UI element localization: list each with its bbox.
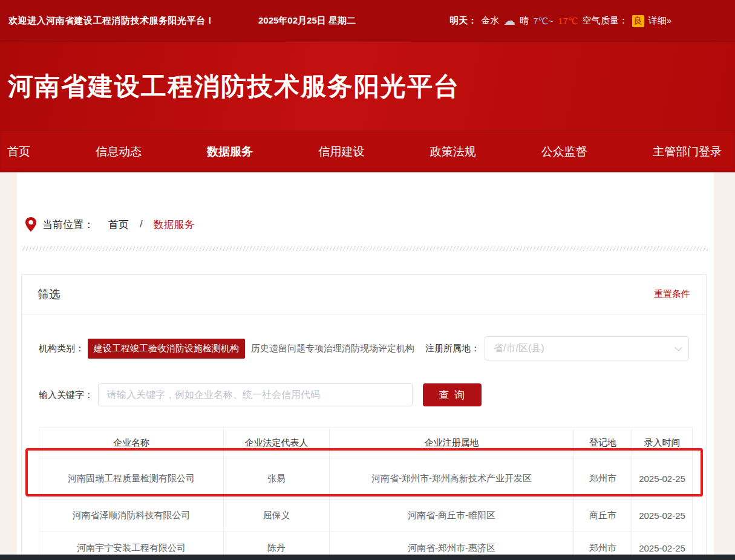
region-group: 注册所属地： 省/市/区(县): [425, 336, 689, 360]
category-row: 机构类别： 建设工程竣工验收消防设施检测机构 历史遗留问题专项治理消防现场评定机…: [39, 336, 689, 360]
temp-high: 17℃: [558, 16, 578, 27]
filter-title: 筛选: [38, 287, 60, 302]
reset-filters-link[interactable]: 重置条件: [654, 288, 690, 300]
nav-item-data-service[interactable]: 数据服务: [207, 144, 253, 160]
cell-company-name: 河南省泽顺消防科技有限公司: [39, 500, 224, 532]
slash-divider: [21, 246, 708, 251]
table-header-row: 企业名称 企业法定代表人 企业注册属地 登记地 录入时间: [39, 428, 693, 458]
weather-district: 金水: [481, 15, 499, 27]
results-table: 企业名称 企业法定代表人 企业注册属地 登记地 录入时间 河南固瑞工程质量检测有…: [39, 428, 693, 560]
col-header-registration-place: 登记地: [574, 428, 632, 458]
search-button[interactable]: 查 询: [423, 383, 482, 406]
air-quality-label: 空气质量：: [583, 15, 628, 27]
nav-item-home[interactable]: 首页: [7, 144, 30, 160]
col-header-company: 企业名称: [39, 428, 224, 458]
region-select-placeholder: 省/市/区(县): [494, 342, 544, 355]
nav-item-supervision[interactable]: 公众监督: [541, 144, 587, 160]
cell-registration-place: 郑州市: [574, 458, 632, 500]
keyword-input[interactable]: [98, 383, 413, 406]
col-header-legal-rep: 企业法定代表人: [224, 428, 330, 458]
keyword-label: 输入关键字：: [39, 389, 93, 401]
main-nav: 首页 信息动态 数据服务 信用建设 政策法规 公众监督 主管部门登录: [0, 131, 735, 172]
region-label: 注册所属地：: [425, 343, 480, 354]
breadcrumb-current-link[interactable]: 数据服务: [154, 218, 195, 232]
breadcrumb: 当前位置： 首页 / 数据服务: [17, 217, 714, 232]
main-content: 当前位置： 首页 / 数据服务 筛选 重置条件 机构类别： 建设工程竣工验收消防…: [17, 172, 714, 560]
cell-entry-date: 2025-02-25: [632, 458, 693, 500]
cell-legal-rep: 张易: [224, 458, 330, 500]
chevron-down-icon: [675, 343, 682, 351]
date-text: 2025年02月25日 星期二: [258, 15, 356, 27]
breadcrumb-home-link[interactable]: 首页: [108, 218, 129, 232]
site-header: 河南省建设工程消防技术服务阳光平台: [0, 42, 735, 131]
filter-panel-header: 筛选 重置条件: [22, 275, 706, 314]
page-title: 河南省建设工程消防技术服务阳光平台: [0, 70, 460, 103]
filter-form: 机构类别： 建设工程竣工验收消防设施检测机构 历史遗留问题专项治理消防现场评定机…: [22, 314, 706, 406]
weather-widget: 明天： 金水 ☁ 晴 7℃~ 17℃ 空气质量： 良 详细»: [449, 15, 671, 27]
cell-registration-place: 商丘市: [574, 500, 632, 532]
welcome-text: 欢迎进入河南省建设工程消防技术服务阳光平台！: [8, 15, 215, 27]
cell-registered-region: 河南省-郑州市-郑州高新技术产业开发区: [330, 458, 574, 500]
cell-legal-rep: 屈保义: [224, 500, 330, 532]
col-header-registered-region: 企业注册属地: [330, 428, 574, 458]
weather-detail-link[interactable]: 详细»: [648, 15, 671, 27]
temp-low: 7℃~: [533, 16, 554, 27]
region-select[interactable]: 省/市/区(县): [485, 336, 689, 360]
cloud-icon: ☁: [503, 15, 515, 27]
nav-item-credit[interactable]: 信用建设: [318, 144, 364, 160]
nav-item-admin-login[interactable]: 主管部门登录: [653, 144, 722, 160]
air-quality-badge: 良: [632, 15, 644, 27]
weather-condition: 晴: [520, 15, 529, 27]
category-option-legacy[interactable]: 历史遗留问题专项治理消防现场评定机构: [245, 339, 420, 359]
cell-company-name: 河南固瑞工程质量检测有限公司: [39, 458, 224, 500]
col-header-entry-date: 录入时间: [632, 428, 693, 458]
nav-item-news[interactable]: 信息动态: [96, 144, 142, 160]
cell-entry-date: 2025-02-25: [632, 500, 693, 532]
location-pin-icon: [25, 217, 36, 232]
nav-item-policy[interactable]: 政策法规: [430, 144, 476, 160]
weather-label: 明天：: [449, 15, 477, 27]
category-label: 机构类别：: [39, 343, 84, 354]
breadcrumb-separator: /: [140, 218, 143, 230]
table-row[interactable]: 河南固瑞工程质量检测有限公司 张易 河南省-郑州市-郑州高新技术产业开发区 郑州…: [39, 458, 693, 500]
filter-panel: 筛选 重置条件 机构类别： 建设工程竣工验收消防设施检测机构 历史遗留问题专项治…: [21, 274, 707, 560]
table-row[interactable]: 河南省泽顺消防科技有限公司 屈保义 河南省-商丘市-睢阳区 商丘市 2025-0…: [39, 500, 693, 532]
cell-registered-region: 河南省-商丘市-睢阳区: [330, 500, 574, 532]
breadcrumb-label: 当前位置：: [42, 218, 94, 232]
topbar: 欢迎进入河南省建设工程消防技术服务阳光平台！ 2025年02月25日 星期二 明…: [0, 0, 735, 42]
category-options: 建设工程竣工验收消防设施检测机构 历史遗留问题专项治理消防现场评定机构: [88, 339, 420, 359]
category-option-inspection[interactable]: 建设工程竣工验收消防设施检测机构: [88, 339, 245, 359]
bottom-dark-bar: [0, 555, 735, 560]
keyword-row: 输入关键字： 查 询: [39, 383, 689, 406]
